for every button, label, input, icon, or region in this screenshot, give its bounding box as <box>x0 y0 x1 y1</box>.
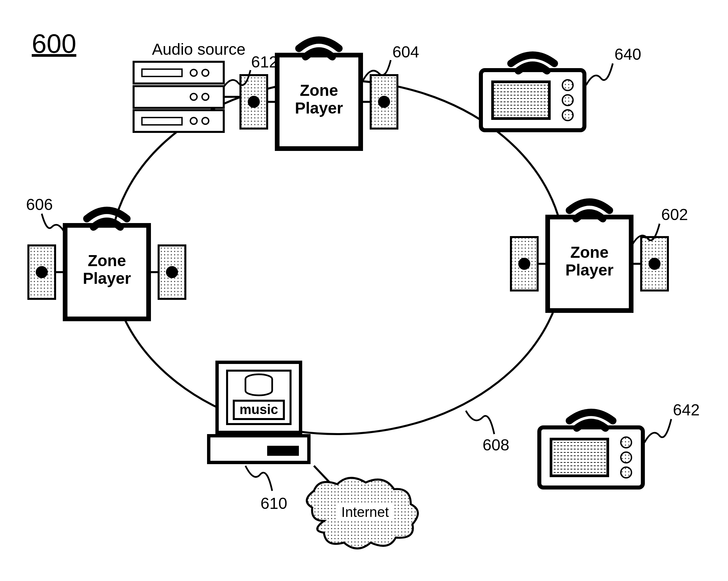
svg-rect-26 <box>493 82 549 118</box>
leader-610 <box>245 466 272 491</box>
speaker-606-left <box>28 245 65 299</box>
zone-player-604-label: Zone Player <box>279 82 359 117</box>
svg-point-12 <box>518 258 530 270</box>
internet-label: Internet <box>341 504 389 520</box>
svg-point-29 <box>562 110 573 121</box>
svg-rect-31 <box>551 439 608 476</box>
svg-point-27 <box>562 80 573 90</box>
ref-606: 606 <box>26 195 53 214</box>
player-text: Player <box>565 261 614 279</box>
ref-608: 608 <box>483 436 509 454</box>
svg-point-22 <box>166 266 178 278</box>
audio-source-label: Audio source <box>152 40 245 58</box>
speaker-602-right <box>631 237 668 290</box>
svg-point-15 <box>649 258 660 270</box>
svg-point-34 <box>621 467 631 478</box>
zone-text: Zone <box>570 243 609 261</box>
leader-642 <box>645 419 671 443</box>
zone-text: Zone <box>88 252 126 269</box>
speaker-604-right <box>361 75 397 129</box>
ref-610: 610 <box>260 494 287 512</box>
svg-point-5 <box>248 96 260 108</box>
controller-640 <box>481 55 584 130</box>
ref-602: 602 <box>661 205 688 224</box>
player-text: Player <box>295 99 343 117</box>
zone-text: Zone <box>300 81 338 99</box>
leader-606 <box>42 214 65 234</box>
svg-point-32 <box>621 437 631 448</box>
ref-642: 642 <box>673 401 700 419</box>
zone-player-606-label: Zone Player <box>67 252 147 288</box>
speaker-602-left <box>511 237 548 290</box>
controller-642 <box>539 413 643 487</box>
ref-604: 604 <box>392 43 419 61</box>
svg-rect-39 <box>134 86 224 108</box>
leader-608 <box>466 411 494 434</box>
audio-source-612 <box>134 62 240 132</box>
zone-player-602-label: Zone Player <box>549 244 629 279</box>
svg-rect-36 <box>142 69 182 76</box>
ref-612: 612 <box>251 53 278 71</box>
diagram-stage: 600 Audio source Zone Player Zone Player… <box>0 0 728 581</box>
svg-point-19 <box>36 266 48 278</box>
svg-point-8 <box>378 96 390 108</box>
svg-point-28 <box>562 95 573 106</box>
player-text: Player <box>83 269 131 287</box>
speaker-606-right <box>149 245 185 299</box>
svg-rect-52 <box>267 446 299 456</box>
svg-point-33 <box>621 452 631 463</box>
ref-640: 640 <box>615 45 641 63</box>
svg-rect-44 <box>142 117 182 125</box>
music-label: music <box>234 402 284 417</box>
leader-640 <box>586 63 613 85</box>
figure-number: 600 <box>32 28 76 59</box>
